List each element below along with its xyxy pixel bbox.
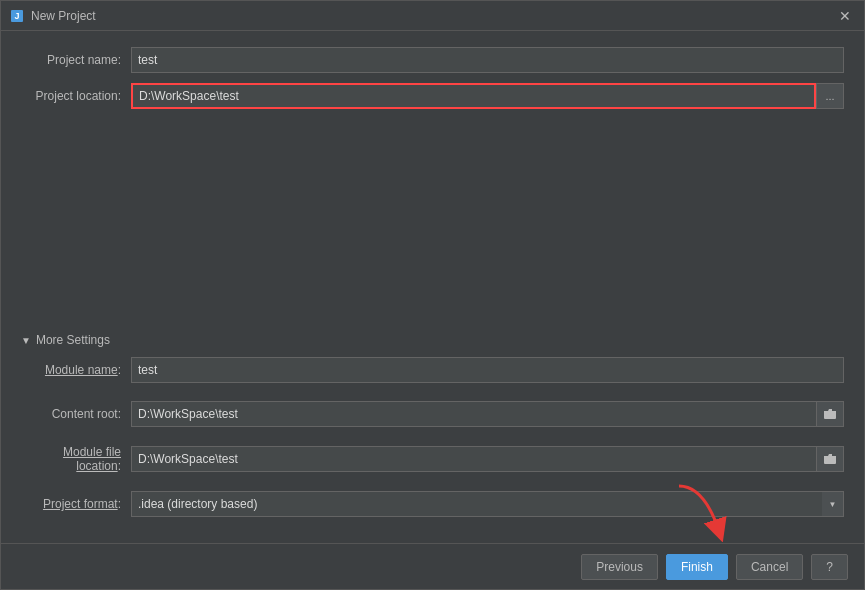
module-file-location-field: [131, 446, 844, 472]
help-button[interactable]: ?: [811, 554, 848, 580]
title-bar: J New Project ✕: [1, 1, 864, 31]
more-settings-section: ▼ More Settings Module name: Content roo…: [21, 333, 844, 527]
more-settings-toggle[interactable]: ▼ More Settings: [21, 333, 844, 347]
window-title: New Project: [31, 9, 834, 23]
finish-button[interactable]: Finish: [666, 554, 728, 580]
cancel-button[interactable]: Cancel: [736, 554, 803, 580]
svg-rect-2: [824, 412, 836, 419]
svg-rect-3: [824, 457, 836, 464]
project-location-browse-button[interactable]: ...: [816, 83, 844, 109]
close-button[interactable]: ✕: [834, 5, 856, 27]
module-file-location-browse-button[interactable]: [816, 446, 844, 472]
module-name-label: Module name:: [21, 363, 131, 377]
form-content: Project name: Project location: ... ▼ Mo…: [1, 31, 864, 543]
new-project-window: J New Project ✕ Project name: Project lo…: [0, 0, 865, 590]
more-settings-label: More Settings: [36, 333, 110, 347]
module-name-underline: Module name: [45, 363, 118, 377]
project-location-input[interactable]: [131, 83, 816, 109]
content-root-label: Content root:: [21, 407, 131, 421]
project-format-label: Project format:: [21, 497, 131, 511]
content-root-field: [131, 401, 844, 427]
module-name-row: Module name:: [21, 357, 844, 383]
project-name-row: Project name:: [21, 47, 844, 73]
project-name-label: Project name:: [21, 53, 131, 67]
more-settings-content: Module name: Content root:: [21, 357, 844, 527]
dialog-footer: Previous Finish Cancel ?: [1, 543, 864, 589]
module-file-location-row: Module file location:: [21, 445, 844, 473]
content-root-input[interactable]: [131, 401, 816, 427]
content-root-browse-button[interactable]: [816, 401, 844, 427]
expand-icon: ▼: [21, 335, 31, 346]
content-spacer: [21, 119, 844, 325]
project-location-label: Project location:: [21, 89, 131, 103]
project-location-field: ...: [131, 83, 844, 109]
window-icon: J: [9, 8, 25, 24]
project-name-input[interactable]: [131, 47, 844, 73]
module-file-location-input[interactable]: [131, 446, 816, 472]
project-format-select[interactable]: .idea (directory based) Eclipse (eclipse…: [131, 491, 844, 517]
previous-button[interactable]: Previous: [581, 554, 658, 580]
content-root-row: Content root:: [21, 401, 844, 427]
project-format-row: Project format: .idea (directory based) …: [21, 491, 844, 517]
module-name-input[interactable]: [131, 357, 844, 383]
project-location-row: Project location: ...: [21, 83, 844, 109]
project-format-select-wrapper: .idea (directory based) Eclipse (eclipse…: [131, 491, 844, 517]
module-file-location-label: Module file location:: [21, 445, 131, 473]
svg-text:J: J: [14, 11, 19, 21]
